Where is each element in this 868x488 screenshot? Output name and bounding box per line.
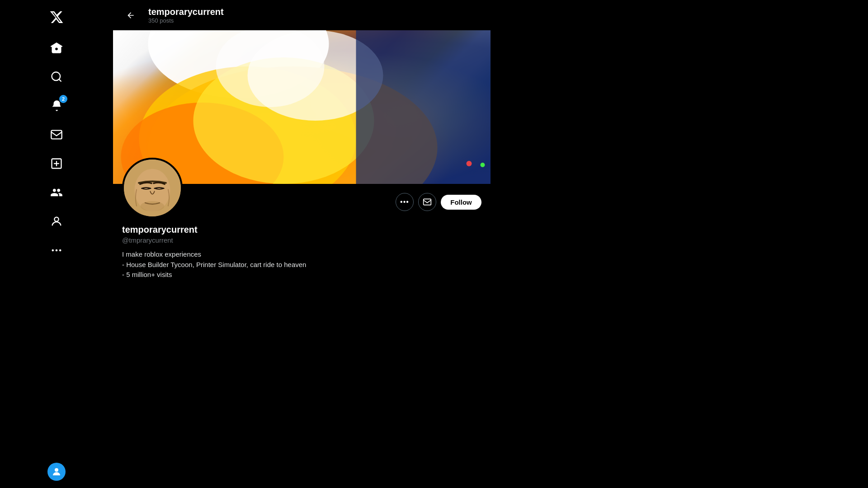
- sidebar-item-notifications[interactable]: 2: [44, 93, 69, 118]
- header-title-block: temporarycurrent 350 posts: [148, 6, 224, 24]
- back-button[interactable]: [122, 7, 139, 24]
- more-options-button[interactable]: •••: [396, 193, 414, 211]
- sidebar-item-home[interactable]: [44, 35, 69, 61]
- search-icon: [50, 70, 63, 83]
- compose-icon: [50, 157, 63, 170]
- avatar-illustration: [124, 158, 181, 218]
- user-handle: @tmprarycurrent: [122, 236, 481, 244]
- sidebar-item-compose[interactable]: [44, 151, 69, 176]
- message-button[interactable]: [418, 193, 436, 211]
- profile-section: ••• Follow temporarycurrent @tmprarycurr…: [113, 184, 491, 289]
- right-empty-area: [491, 0, 868, 488]
- profile-info: temporarycurrent @tmprarycurrent I make …: [122, 224, 481, 280]
- back-arrow-icon: [126, 11, 135, 20]
- more-icon: [50, 244, 63, 257]
- sidebar-item-communities[interactable]: [44, 180, 69, 205]
- avatar: [122, 158, 183, 218]
- profile-header-bar: temporarycurrent 350 posts: [113, 0, 491, 30]
- svg-point-0: [52, 72, 61, 81]
- header-posts-count: 350 posts: [148, 17, 224, 24]
- avatar-wrapper: [122, 158, 183, 218]
- people-icon: [50, 186, 63, 199]
- notification-count: 2: [59, 95, 67, 103]
- user-avatar[interactable]: [47, 463, 66, 481]
- message-icon: [423, 197, 432, 206]
- svg-rect-18: [356, 30, 491, 184]
- profile-top-row: ••• Follow: [122, 184, 481, 218]
- sidebar-item-messages[interactable]: [44, 122, 69, 147]
- sidebar-item-search[interactable]: [44, 64, 69, 89]
- follow-button[interactable]: Follow: [441, 195, 481, 210]
- svg-point-10: [55, 468, 58, 472]
- sidebar: 2: [0, 0, 113, 488]
- svg-point-20: [481, 163, 485, 167]
- svg-point-19: [467, 161, 472, 166]
- svg-rect-24: [424, 199, 431, 205]
- svg-line-1: [59, 79, 61, 81]
- svg-rect-2: [51, 131, 61, 139]
- bio-line-2: - House Builder Tycoon, Printer Simulato…: [122, 260, 481, 270]
- sidebar-item-profile[interactable]: [44, 209, 69, 234]
- bio: I make roblox experiences - House Builde…: [122, 249, 481, 280]
- main-content: temporarycurrent 350 posts: [113, 0, 491, 488]
- svg-point-8: [56, 249, 58, 252]
- bio-line-1: I make roblox experiences: [122, 249, 481, 260]
- bio-line-3: - 5 million+ visits: [122, 270, 481, 280]
- svg-point-9: [59, 249, 61, 252]
- svg-point-7: [52, 249, 54, 252]
- mail-icon: [50, 128, 63, 141]
- home-icon: [50, 42, 63, 54]
- more-options-icon: •••: [400, 198, 409, 206]
- header-username: temporarycurrent: [148, 6, 224, 17]
- x-logo-icon: [49, 10, 64, 24]
- svg-point-23: [141, 201, 165, 211]
- person-icon: [50, 215, 63, 228]
- display-name: temporarycurrent: [122, 224, 481, 235]
- action-buttons-group: ••• Follow: [396, 189, 481, 211]
- sidebar-item-more[interactable]: [44, 238, 69, 263]
- x-logo[interactable]: [44, 5, 69, 30]
- svg-point-6: [54, 217, 58, 221]
